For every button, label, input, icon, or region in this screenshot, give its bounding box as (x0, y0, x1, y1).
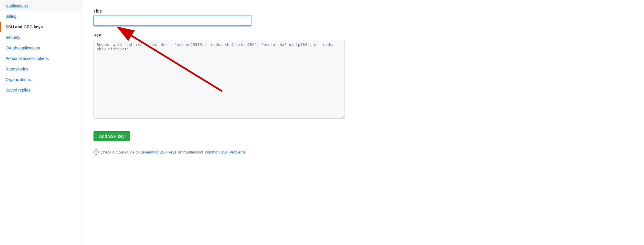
add-ssh-key-button-label: Add SSH key (99, 134, 124, 139)
link1-text: generating SSH keys (141, 150, 176, 154)
sidebar-item-saved-replies[interactable]: Saved replies (0, 85, 82, 95)
sidebar-item-label: SSH and GPG keys (6, 25, 43, 29)
sidebar-item-label: Billing (6, 14, 16, 19)
title-form-group: Title (94, 9, 632, 26)
sidebar-item-label: Organizations (6, 77, 31, 82)
sidebar-item-label: Saved replies (6, 88, 30, 92)
sidebar-item-oauth-applications[interactable]: OAuth applications (0, 43, 82, 53)
sidebar-item-ssh-gpg-keys[interactable]: SSH and GPG keys (0, 22, 82, 32)
title-label: Title (94, 9, 632, 13)
key-label: Key (94, 33, 632, 37)
help-text: ? Check out our guide to generating SSH … (94, 149, 632, 155)
sidebar-item-label: Personal access tokens (6, 56, 49, 61)
help-text-before: Check out our guide to (101, 150, 139, 154)
sidebar-item-security[interactable]: Security (0, 32, 82, 43)
link2-text: common SSH Problems (205, 150, 246, 154)
key-form-group: Key (94, 33, 632, 120)
title-input[interactable] (94, 16, 251, 26)
sidebar: Notifications Billing SSH and GPG keys S… (0, 0, 82, 245)
sidebar-item-label: OAuth applications (6, 46, 40, 50)
help-text-after: . (247, 150, 248, 154)
sidebar-item-label: Repositories (6, 67, 28, 71)
help-icon: ? (94, 149, 99, 155)
page-layout: Notifications Billing SSH and GPG keys S… (0, 0, 644, 245)
sidebar-item-personal-access-tokens[interactable]: Personal access tokens (0, 53, 82, 64)
sidebar-item-billing[interactable]: Billing (0, 11, 82, 22)
sidebar-item-organizations[interactable]: Organizations (0, 74, 82, 85)
sidebar-item-label: Security (6, 35, 20, 40)
add-ssh-key-button[interactable]: Add SSH key (94, 131, 130, 141)
sidebar-item-repositories[interactable]: Repositories (0, 64, 82, 74)
sidebar-item-label: Notifications (6, 4, 28, 8)
common-ssh-problems-link[interactable]: common SSH Problems (205, 150, 246, 154)
sidebar-item-notifications[interactable]: Notifications (0, 0, 82, 11)
main-content: Title Key Add SSH key ? (82, 0, 644, 245)
generating-ssh-keys-link[interactable]: generating SSH keys (141, 150, 176, 154)
key-textarea[interactable] (94, 40, 345, 119)
help-text-middle: or troubleshoot (178, 150, 203, 154)
